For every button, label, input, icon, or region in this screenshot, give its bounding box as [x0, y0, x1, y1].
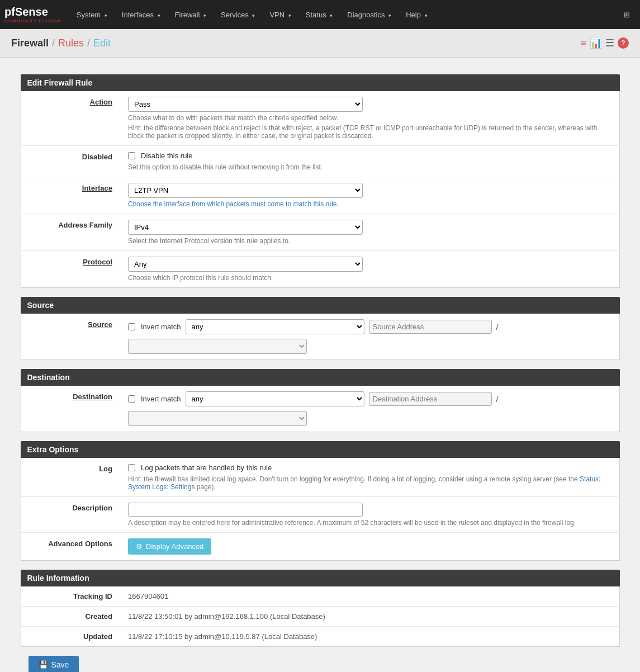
display-advanced-button[interactable]: ⚙ Display Advanced — [128, 538, 211, 555]
source-address-input[interactable] — [369, 320, 492, 334]
advanced-options-label: Advanced Options — [21, 533, 121, 561]
nav-status[interactable]: Status ▾ — [299, 7, 339, 22]
address-family-label: Address Family — [21, 214, 121, 251]
address-family-hint: Select the Internet Protocol version thi… — [128, 237, 613, 245]
brand-name: pfSense — [4, 6, 48, 18]
chevron-down-icon: ▾ — [203, 13, 206, 18]
section-extra-options: Extra Options — [21, 441, 620, 458]
nav-firewall[interactable]: Firewall ▾ — [168, 7, 213, 22]
save-button[interactable]: 💾 Save — [29, 656, 79, 672]
nav-services[interactable]: Services ▾ — [214, 7, 262, 22]
description-hint: A description may be entered here for ad… — [128, 519, 613, 527]
chevron-down-icon: ▾ — [252, 13, 255, 18]
destination-type-select[interactable]: any Single host or alias Network — [186, 391, 364, 406]
nav-vpn[interactable]: VPN ▾ — [263, 7, 297, 22]
log-hint2: page). — [197, 483, 216, 491]
updated-label: Updated — [21, 627, 121, 647]
destination-label: Destination — [21, 386, 121, 432]
destination-row: Destination Invert match any Single host… — [21, 386, 619, 432]
chevron-down-icon: ▾ — [288, 13, 291, 18]
action-label: Action — [21, 91, 121, 146]
action-link[interactable]: Action — [90, 98, 112, 106]
settings-icon[interactable]: ≡ — [580, 37, 586, 49]
log-checkbox[interactable] — [128, 464, 135, 471]
destination-invert-checkbox[interactable] — [128, 395, 135, 403]
source-invert-label[interactable]: Invert match — [128, 323, 181, 331]
chevron-down-icon: ▾ — [105, 13, 107, 18]
chevron-down-icon: ▾ — [158, 13, 160, 18]
created-row: Created 11/8/22 13:50:01 by admin@192.16… — [21, 607, 619, 627]
interface-link[interactable]: Interface — [82, 184, 112, 192]
destination-invert-text: Invert match — [141, 395, 181, 403]
main-content: Edit Firewall Rule Action Pass Block Rej… — [13, 58, 628, 672]
source-link[interactable]: Source — [88, 320, 112, 329]
section-rule-info: Rule Information — [21, 570, 620, 586]
description-input[interactable] — [128, 503, 363, 517]
chevron-down-icon: ▾ — [388, 13, 391, 18]
destination-link[interactable]: Destination — [73, 392, 112, 401]
action-row: Action Pass Block Reject Choose what to … — [21, 91, 619, 146]
destination-form: Destination Invert match any Single host… — [21, 386, 620, 432]
updated-row: Updated 11/8/22 17:10:15 by admin@10.119… — [21, 627, 619, 647]
disabled-checkbox-label[interactable]: Disable this rule — [128, 152, 193, 160]
destination-invert-label[interactable]: Invert match — [128, 395, 181, 403]
source-row: Source Invert match any Single host or a… — [21, 314, 619, 360]
nav-menu: System ▾ Interfaces ▾ Firewall ▾ Service… — [70, 7, 434, 22]
destination-slash: / — [496, 395, 499, 404]
protocol-link[interactable]: Protocol — [83, 258, 112, 266]
log-checkbox-label[interactable]: Log packets that are handled by this rul… — [128, 463, 272, 472]
breadcrumb-rules[interactable]: Rules — [58, 37, 84, 49]
source-type-select[interactable]: any Single host or alias Network — [186, 319, 364, 334]
interface-row: Interface L2TP VPN WAN LAN Choose the in… — [21, 177, 619, 214]
chart-icon[interactable]: 📊 — [590, 37, 602, 49]
advanced-options-field: ⚙ Display Advanced — [121, 533, 619, 561]
log-label: Log — [21, 458, 121, 497]
interface-hint: Choose the interface from which packets … — [128, 200, 613, 208]
source-invert-checkbox[interactable] — [128, 323, 135, 330]
extra-options-form: Log Log packets that are handled by this… — [21, 458, 620, 561]
address-family-select[interactable]: IPv4 IPv6 IPv4+IPv6 — [128, 220, 363, 235]
nav-extra-icon[interactable]: ⊞ — [618, 7, 636, 22]
edit-rule-form: Action Pass Block Reject Choose what to … — [21, 91, 620, 288]
protocol-select[interactable]: Any TCP UDP TCP/UDP ICMP — [128, 257, 363, 272]
nav-system[interactable]: System ▾ — [70, 7, 114, 22]
list-icon[interactable]: ☰ — [605, 37, 614, 49]
source-form: Source Invert match any Single host or a… — [21, 314, 620, 360]
action-field: Pass Block Reject Choose what to do with… — [121, 91, 619, 146]
advanced-options-row: Advanced Options ⚙ Display Advanced — [21, 533, 619, 561]
disabled-checkbox[interactable] — [128, 152, 135, 159]
log-field: Log packets that are handled by this rul… — [121, 458, 619, 497]
help-icon[interactable]: ? — [618, 37, 629, 49]
brand[interactable]: pfSense COMMUNITY EDITION — [4, 6, 61, 23]
source-controls: Invert match any Single host or alias Ne… — [128, 319, 613, 354]
disabled-hint: Set this option to disable this rule wit… — [128, 163, 613, 171]
breadcrumb-sep2: / — [87, 37, 90, 49]
interface-select[interactable]: L2TP VPN WAN LAN — [128, 183, 363, 198]
gear-icon: ⚙ — [136, 542, 143, 551]
destination-cidr-select[interactable] — [128, 411, 307, 426]
protocol-row: Protocol Any TCP UDP TCP/UDP ICMP Choose… — [21, 251, 619, 288]
source-cidr-select[interactable] — [128, 339, 307, 354]
destination-address-input[interactable] — [369, 392, 492, 406]
nav-diagnostics[interactable]: Diagnostics ▾ — [340, 7, 398, 22]
log-row: Log Log packets that are handled by this… — [21, 458, 619, 497]
action-select[interactable]: Pass Block Reject — [128, 97, 363, 112]
rule-info-table: Tracking ID 1667904601 Created 11/8/22 1… — [21, 586, 620, 647]
log-hint: Hint: the firewall has limited local log… — [128, 475, 613, 491]
created-value: 11/8/22 13:50:01 by admin@192.168.1.100 … — [121, 607, 619, 627]
breadcrumb-edit: Edit — [93, 37, 111, 49]
breadcrumb-icons: ≡ 📊 ☰ ? — [580, 37, 629, 49]
chevron-down-icon: ▾ — [425, 13, 428, 18]
tracking-id-value: 1667904601 — [121, 586, 619, 607]
breadcrumb-firewall[interactable]: Firewall — [11, 37, 49, 49]
protocol-label: Protocol — [21, 251, 121, 288]
tracking-id-row: Tracking ID 1667904601 — [21, 586, 619, 607]
destination-controls: Invert match any Single host or alias Ne… — [128, 391, 613, 426]
action-hint2: Hint: the difference between block and r… — [128, 124, 613, 140]
tracking-id-label: Tracking ID — [21, 586, 121, 607]
section-source: Source — [21, 297, 620, 314]
protocol-hint: Choose which IP protocol this rule shoul… — [128, 274, 613, 282]
nav-help[interactable]: Help ▾ — [399, 7, 434, 22]
description-field: A description may be entered here for ad… — [121, 497, 619, 533]
nav-interfaces[interactable]: Interfaces ▾ — [115, 7, 167, 22]
